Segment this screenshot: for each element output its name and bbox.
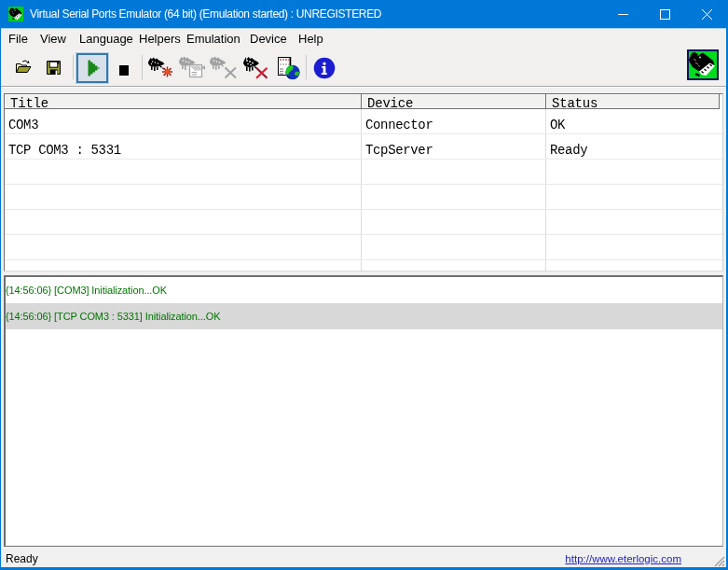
menu-file[interactable]: File (8, 28, 28, 49)
save-button[interactable] (47, 61, 61, 78)
device-row[interactable]: TCP COM3 : 5331 TcpServer Ready (5, 134, 722, 160)
resize-grip-icon (713, 555, 725, 567)
menu-view[interactable]: View (40, 28, 66, 49)
device-row[interactable]: COM3 Connector OK (5, 109, 722, 134)
log-entry[interactable]: {14:56:06} [COM3] Initialization...OK (6, 277, 722, 303)
cell-device: Connector (362, 109, 546, 133)
toolbar-separator (73, 55, 74, 79)
minimize-button[interactable] (602, 0, 644, 28)
grid-header: Title Device Status (5, 94, 720, 109)
statusbar: Ready http://www.eterlogic.com (1, 548, 726, 567)
cell-title: TCP COM3 : 5331 (5, 134, 362, 159)
titlebar: Virtual Serial Ports Emulator (64 bit) (… (0, 0, 728, 28)
status-message: Ready (6, 553, 38, 565)
create-device-button[interactable] (146, 54, 174, 84)
log-entry-selected[interactable]: {14:56:06} [TCP COM3 : 5331] Initializat… (6, 303, 722, 329)
toolbar-separator (142, 55, 143, 79)
maximize-button[interactable] (644, 0, 686, 28)
save-icon (47, 61, 61, 75)
ports-list-button[interactable] (276, 55, 302, 85)
window-title: Virtual Serial Ports Emulator (64 bit) (… (30, 0, 381, 28)
play-icon (78, 55, 106, 81)
delete-all-devices-icon (240, 54, 269, 80)
stop-emulation-button[interactable] (119, 63, 129, 79)
empty-row (5, 210, 722, 235)
toolbar-separator (306, 55, 307, 79)
eterlogic-logo-icon (687, 49, 719, 80)
log-list: {14:56:06} [COM3] Initialization...OK {1… (4, 275, 723, 547)
menubar: File View Language Helpers Emulation Dev… (1, 28, 726, 49)
device-properties-button[interactable] (177, 54, 205, 84)
website-link[interactable]: http://www.eterlogic.com (565, 553, 681, 565)
stop-icon (119, 65, 129, 76)
minimize-icon (618, 9, 628, 20)
empty-row (5, 185, 722, 210)
delete-all-devices-button[interactable] (240, 54, 269, 84)
app-window: Virtual Serial Ports Emulator (64 bit) (… (0, 0, 728, 570)
start-emulation-button[interactable] (76, 53, 108, 83)
ports-list-icon (276, 55, 302, 81)
empty-row (5, 160, 722, 185)
cell-status: OK (546, 109, 720, 133)
app-icon-image (8, 7, 23, 21)
menu-help[interactable]: Help (298, 28, 323, 49)
cell-device: TcpServer (362, 134, 546, 159)
delete-device-icon (208, 54, 238, 80)
column-header-status[interactable]: Status (546, 94, 720, 109)
cell-status: Ready (546, 134, 720, 159)
open-folder-icon (16, 59, 32, 75)
app-icon (8, 7, 23, 21)
menu-language[interactable]: Language (79, 28, 133, 49)
close-button[interactable] (686, 0, 728, 28)
toolbar-bottom-edge (1, 86, 726, 93)
close-icon (702, 9, 712, 20)
devices-grid: Title Device Status COM3 Connector OK TC… (4, 93, 723, 271)
info-icon (313, 57, 336, 79)
eterlogic-logo (687, 49, 719, 80)
cell-title: COM3 (5, 109, 362, 133)
menu-device[interactable]: Device (250, 28, 287, 49)
resize-grip[interactable] (713, 555, 725, 567)
empty-row (5, 235, 722, 260)
about-button[interactable] (313, 57, 336, 83)
toolbar (1, 49, 726, 86)
maximize-icon (660, 9, 670, 20)
device-properties-icon (177, 54, 205, 80)
empty-row (5, 260, 722, 271)
delete-device-button[interactable] (208, 54, 238, 84)
menu-emulation[interactable]: Emulation (186, 28, 240, 49)
menu-helpers[interactable]: Helpers (139, 28, 181, 49)
new-device-icon (146, 54, 174, 80)
open-folder-button[interactable] (16, 59, 32, 78)
column-header-title[interactable]: Title (5, 94, 362, 109)
column-header-device[interactable]: Device (362, 94, 546, 109)
